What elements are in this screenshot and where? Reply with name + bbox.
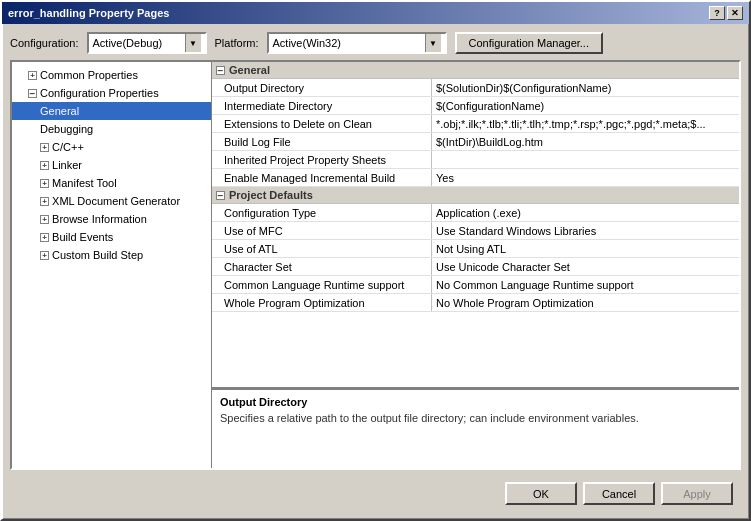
prop-name: Use of ATL: [212, 240, 432, 257]
prop-name: Build Log File: [212, 133, 432, 150]
tree-item-manifest-tool[interactable]: + Manifest Tool: [12, 174, 211, 192]
tree-item-debugging[interactable]: Debugging: [12, 120, 211, 138]
tree-item-label: Browse Information: [52, 213, 147, 225]
description-panel: Output Directory Specifies a relative pa…: [212, 388, 739, 468]
tree-item-label: XML Document Generator: [52, 195, 180, 207]
tree-item-label: Build Events: [52, 231, 113, 243]
prop-name: Intermediate Directory: [212, 97, 432, 114]
expand-icon: +: [40, 215, 49, 224]
expand-icon: +: [40, 197, 49, 206]
expand-icon: +: [40, 179, 49, 188]
properties-panel: − General Output Directory $(SolutionDir…: [212, 62, 739, 468]
table-row: Enable Managed Incremental Build Yes: [212, 169, 739, 187]
platform-dropdown[interactable]: Active(Win32) ▼: [267, 32, 447, 54]
prop-value[interactable]: Yes: [432, 169, 739, 186]
description-title: Output Directory: [220, 396, 731, 408]
prop-value[interactable]: *.obj;*.ilk;*.tlb;*.tli;*.tlh;*.tmp;*.rs…: [432, 115, 739, 132]
window-content: Configuration: Active(Debug) ▼ Platform:…: [2, 24, 749, 519]
cancel-button[interactable]: Cancel: [583, 482, 655, 505]
platform-dropdown-value: Active(Win32): [273, 37, 425, 49]
main-area: + Common Properties − Configuration Prop…: [10, 60, 741, 470]
general-section-header: − General: [212, 62, 739, 79]
table-row: Extensions to Delete on Clean *.obj;*.il…: [212, 115, 739, 133]
window-title: error_handling Property Pages: [8, 7, 169, 19]
configuration-dropdown[interactable]: Active(Debug) ▼: [87, 32, 207, 54]
config-dropdown-value: Active(Debug): [93, 37, 185, 49]
prop-name: Whole Program Optimization: [212, 294, 432, 311]
tree-item-xml-doc[interactable]: + XML Document Generator: [12, 192, 211, 210]
tree-item-label: Custom Build Step: [52, 249, 143, 261]
table-row: Common Language Runtime support No Commo…: [212, 276, 739, 294]
prop-name: Common Language Runtime support: [212, 276, 432, 293]
prop-value[interactable]: Application (.exe): [432, 204, 739, 221]
tree-item-label: Common Properties: [40, 69, 138, 81]
section-title: Project Defaults: [229, 189, 313, 201]
prop-name: Use of MFC: [212, 222, 432, 239]
prop-value[interactable]: [432, 151, 739, 168]
tree-item-build-events[interactable]: + Build Events: [12, 228, 211, 246]
tree-item-label: C/C++: [52, 141, 84, 153]
section-title: General: [229, 64, 270, 76]
prop-value[interactable]: Not Using ATL: [432, 240, 739, 257]
prop-value[interactable]: $(ConfigurationName): [432, 97, 739, 114]
table-row: Configuration Type Application (.exe): [212, 204, 739, 222]
prop-name: Inherited Project Property Sheets: [212, 151, 432, 168]
prop-name: Enable Managed Incremental Build: [212, 169, 432, 186]
table-row: Inherited Project Property Sheets: [212, 151, 739, 169]
tree-item-config-props[interactable]: − Configuration Properties: [12, 84, 211, 102]
tree-item-label: Debugging: [40, 123, 93, 135]
prop-name: Extensions to Delete on Clean: [212, 115, 432, 132]
tree-item-general[interactable]: General: [12, 102, 211, 120]
tree-item-label: Configuration Properties: [40, 87, 159, 99]
platform-dropdown-arrow: ▼: [425, 34, 441, 52]
table-row: Use of ATL Not Using ATL: [212, 240, 739, 258]
expand-icon: +: [28, 71, 37, 80]
prop-value[interactable]: Use Unicode Character Set: [432, 258, 739, 275]
expand-icon: +: [40, 233, 49, 242]
tree-item-label: General: [40, 105, 79, 117]
section-collapse-icon[interactable]: −: [216, 66, 225, 75]
config-dropdown-arrow: ▼: [185, 34, 201, 52]
tree-item-label: Manifest Tool: [52, 177, 117, 189]
button-row: OK Cancel Apply: [10, 476, 741, 511]
tree-item-cpp[interactable]: + C/C++: [12, 138, 211, 156]
expand-icon: +: [40, 161, 49, 170]
apply-button[interactable]: Apply: [661, 482, 733, 505]
prop-value[interactable]: $(IntDir)\BuildLog.htm: [432, 133, 739, 150]
table-row: Character Set Use Unicode Character Set: [212, 258, 739, 276]
tree-item-label: Linker: [52, 159, 82, 171]
property-pages-window: error_handling Property Pages ? ✕ Config…: [0, 0, 751, 521]
description-text: Specifies a relative path to the output …: [220, 412, 731, 424]
title-bar: error_handling Property Pages ? ✕: [2, 2, 749, 24]
tree-item-browse-info[interactable]: + Browse Information: [12, 210, 211, 228]
configuration-row: Configuration: Active(Debug) ▼ Platform:…: [10, 32, 741, 54]
title-bar-buttons: ? ✕: [709, 6, 743, 20]
prop-name: Configuration Type: [212, 204, 432, 221]
ok-button[interactable]: OK: [505, 482, 577, 505]
table-row: Use of MFC Use Standard Windows Librarie…: [212, 222, 739, 240]
expand-icon: +: [40, 143, 49, 152]
prop-value[interactable]: No Whole Program Optimization: [432, 294, 739, 311]
prop-value[interactable]: No Common Language Runtime support: [432, 276, 739, 293]
close-button[interactable]: ✕: [727, 6, 743, 20]
prop-value[interactable]: Use Standard Windows Libraries: [432, 222, 739, 239]
table-row: Build Log File $(IntDir)\BuildLog.htm: [212, 133, 739, 151]
prop-name: Output Directory: [212, 79, 432, 96]
tree-item-common-props[interactable]: + Common Properties: [12, 66, 211, 84]
tree-item-linker[interactable]: + Linker: [12, 156, 211, 174]
config-label: Configuration:: [10, 37, 79, 49]
tree-panel: + Common Properties − Configuration Prop…: [12, 62, 212, 468]
section-collapse-icon[interactable]: −: [216, 191, 225, 200]
expand-icon: +: [40, 251, 49, 260]
table-row: Intermediate Directory $(ConfigurationNa…: [212, 97, 739, 115]
tree-item-custom-build[interactable]: + Custom Build Step: [12, 246, 211, 264]
help-button[interactable]: ?: [709, 6, 725, 20]
properties-table: − General Output Directory $(SolutionDir…: [212, 62, 739, 388]
project-defaults-section-header: − Project Defaults: [212, 187, 739, 204]
collapse-icon: −: [28, 89, 37, 98]
prop-value[interactable]: $(SolutionDir)$(ConfigurationName): [432, 79, 739, 96]
prop-name: Character Set: [212, 258, 432, 275]
table-row: Whole Program Optimization No Whole Prog…: [212, 294, 739, 312]
config-manager-button[interactable]: Configuration Manager...: [455, 32, 603, 54]
platform-label: Platform:: [215, 37, 259, 49]
